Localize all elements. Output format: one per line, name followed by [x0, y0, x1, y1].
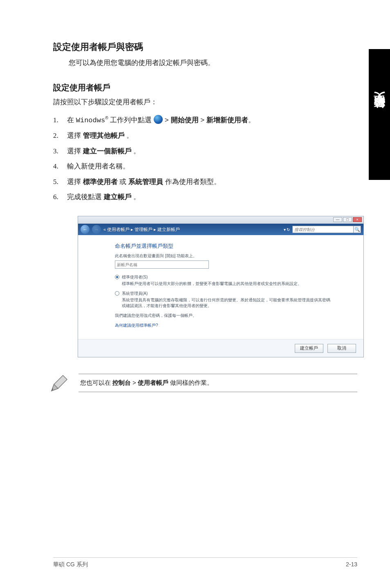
note-text: 您也可以在 控制台 > 使用者帳戶 做同樣的作業。 — [78, 374, 357, 392]
radio-icon[interactable] — [115, 291, 119, 296]
registered-mark: ® — [105, 116, 108, 120]
close-button[interactable]: × — [353, 217, 362, 222]
step-body: 選擇 管理其他帳戶 。 — [67, 128, 357, 143]
step-number: 4. — [53, 159, 67, 174]
step-number: 3. — [53, 144, 67, 159]
step-body: 選擇 建立一個新帳戶 。 — [67, 144, 357, 159]
dropdown-icon[interactable]: ▾ — [284, 227, 286, 232]
window-controls: — □ × — [333, 217, 362, 222]
step-body: 完成後點選 建立帳戶 。 — [67, 189, 357, 204]
windows-dialog-screenshot: — □ × ← → « 使用者帳戶 ▸ 管理帳戶 ▸ 建立新帳戶 ▾ ↻ 🔍 命… — [78, 216, 364, 357]
step-3: 3. 選擇 建立一個新帳戶 。 — [53, 144, 357, 159]
step-6: 6. 完成後點選 建立帳戶 。 — [53, 189, 357, 204]
step-2: 2. 選擇 管理其他帳戶 。 — [53, 128, 357, 143]
search-input[interactable] — [292, 226, 354, 233]
code-winodws: Winodws — [76, 117, 105, 124]
option-desc: 標準帳戶使用者可以使用大部分的軟體，並變更不會影響電腦上的其他使用者或安全性的系… — [122, 281, 302, 286]
back-button[interactable]: ← — [81, 225, 90, 234]
search-icon[interactable]: 🔍 — [354, 226, 361, 233]
option-desc: 系統管理員具有電腦的完整存取權限，可以進行任何所需的變更。基於通知設定，可能會要… — [122, 298, 330, 308]
language-side-tab: 繁體中文 — [369, 49, 390, 180]
sub-title: 設定使用者帳戶 — [53, 82, 357, 93]
step-number: 1. — [53, 112, 67, 128]
step-body: 輸入新使用者名稱。 — [67, 159, 357, 174]
step-5: 5. 選擇 標準使用者 或 系統管理員 作為使用者類型。 — [53, 174, 357, 189]
forward-button[interactable]: → — [92, 225, 101, 234]
step-1: 1. 在 Winodws® 工作列中點選 > 開始使用 > 新增新使用者。 — [53, 112, 357, 128]
cancel-button[interactable]: 取消 — [327, 344, 356, 353]
option-administrator[interactable]: 系統管理員(A) 系統管理員具有電腦的完整存取權限，可以進行任何所需的變更。基於… — [115, 291, 331, 309]
recommendation-text: 我們建議您使用強式密碼，保護每一個帳戶。 — [115, 313, 331, 319]
steps-list: 1. 在 Winodws® 工作列中點選 > 開始使用 > 新增新使用者。 2.… — [53, 112, 357, 204]
minimize-button[interactable]: — — [333, 217, 342, 222]
step-body: 在 Winodws® 工作列中點選 > 開始使用 > 新增新使用者。 — [67, 112, 357, 128]
maximize-button[interactable]: □ — [343, 217, 352, 222]
windows-orb-icon — [154, 115, 163, 124]
step-body: 選擇 標準使用者 或 系統管理員 作為使用者類型。 — [67, 174, 357, 189]
search-area: ▾ ↻ 🔍 — [284, 226, 361, 233]
dialog-heading: 命名帳戶並選擇帳戶類型 — [115, 242, 331, 250]
radio-selected-icon[interactable] — [115, 275, 119, 279]
create-account-button[interactable]: 建立帳戶 — [295, 344, 323, 353]
pencil-icon — [49, 374, 69, 393]
dialog-subline: 此名稱會出現在歡迎畫面與 [開始] 功能表上。 — [115, 253, 331, 259]
option-label: 標準使用者(S) — [122, 274, 302, 280]
option-label: 系統管理員(A) — [122, 291, 331, 296]
refresh-icon[interactable]: ↻ — [287, 227, 290, 232]
address-bar: ← → « 使用者帳戶 ▸ 管理帳戶 ▸ 建立新帳戶 ▾ ↻ 🔍 — [78, 224, 363, 235]
dialog-body: 命名帳戶並選擇帳戶類型 此名稱會出現在歡迎畫面與 [開始] 功能表上。 標準使用… — [78, 235, 363, 339]
intro-text: 您可以為使用您電腦的使用者設定帳戶與密碼。 — [69, 58, 357, 67]
new-account-name-input[interactable] — [115, 260, 209, 269]
footer-left: 華碩 CG 系列 — [53, 561, 88, 568]
why-standard-link[interactable]: 為何建議使用標準帳戶? — [115, 323, 331, 328]
step-number: 5. — [53, 174, 67, 189]
footer-right: 2-13 — [346, 561, 357, 568]
note-block: 您也可以在 控制台 > 使用者帳戶 做同樣的作業。 — [49, 374, 357, 393]
step-number: 6. — [53, 189, 67, 204]
breadcrumb[interactable]: « 使用者帳戶 ▸ 管理帳戶 ▸ 建立新帳戶 — [103, 227, 281, 233]
side-tab-label: 繁體中文 — [372, 111, 387, 118]
page-footer: 華碩 CG 系列 2-13 — [53, 557, 357, 568]
step-4: 4. 輸入新使用者名稱。 — [53, 159, 357, 174]
window-titlebar: — □ × — [78, 216, 363, 224]
sub-intro: 請按照以下步驟設定使用者帳戶： — [53, 97, 357, 107]
dialog-footer: 建立帳戶 取消 — [78, 339, 363, 357]
option-standard-user[interactable]: 標準使用者(S) 標準帳戶使用者可以使用大部分的軟體，並變更不會影響電腦上的其他… — [115, 274, 331, 287]
step-number: 2. — [53, 128, 67, 143]
main-title: 設定使用者帳戶與密碼 — [53, 41, 357, 53]
